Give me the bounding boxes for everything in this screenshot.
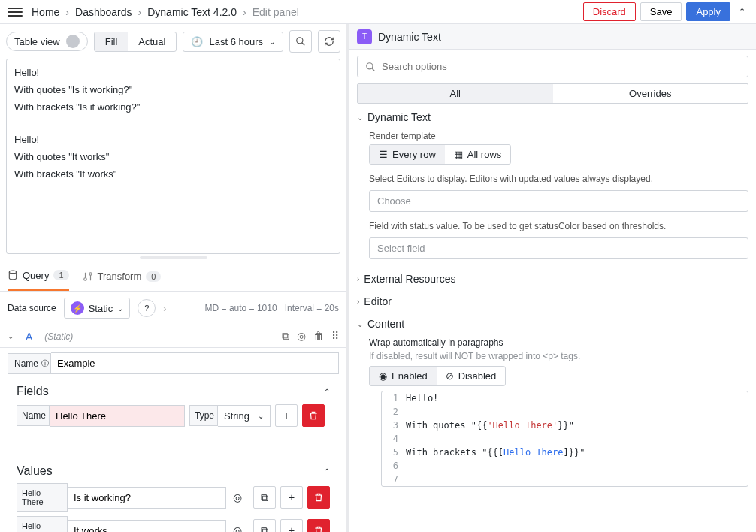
breadcrumb: Home › Dashboards › Dynamic Text 4.2.0 ›… [32,6,299,18]
table-view-toggle[interactable]: Table view [6,32,88,51]
svg-point-2 [9,271,16,274]
add-value-button[interactable]: + [280,519,303,532]
field-type-label: Type [189,405,218,426]
drag-icon[interactable]: ⠿ [331,330,339,343]
table-view-label: Table view [14,36,60,47]
menu-icon[interactable] [8,5,23,20]
section-external[interactable]: › External Resources [357,259,748,288]
value-input[interactable] [68,520,226,533]
crumb-dashboards[interactable]: Dashboards [75,6,132,18]
fields-title: Fields [17,385,49,398]
value-label: Hello There [17,516,68,532]
wrap-label: Wrap automatically in paragraphs [369,333,748,351]
trash-icon[interactable]: 🗑 [313,330,324,343]
choose-editors-select[interactable]: Choose [369,190,748,212]
tab-count-badge: 1 [53,270,68,280]
eye-icon[interactable]: ◎ [226,519,249,532]
tab-query[interactable]: Query 1 [8,261,69,291]
svg-line-1 [302,43,305,46]
apply-button[interactable]: Apply [686,2,730,21]
collapse-icon[interactable]: ⌃ [735,5,748,19]
code-editor[interactable]: 1Hello!23With quotes "{{'Hello There'}}"… [381,391,748,487]
fill-option[interactable]: Fill [95,32,129,51]
fit-segment[interactable]: Fill Actual [94,32,177,52]
wrap-desc: If disabled, result will NOT be wrapped … [369,351,748,361]
preview-line: With brackets "It works" [14,168,332,180]
crumb-home[interactable]: Home [32,6,59,18]
info-icon: ⓘ [41,358,49,369]
tab-label: Transform [98,271,142,282]
disabled-option[interactable]: ⊘ Disabled [437,367,506,385]
eye-icon[interactable]: ◎ [226,486,249,509]
preview-line: With quotes "It works" [14,151,332,162]
chevron-right-icon: › [357,275,359,283]
tab-transform[interactable]: Transform 0 [83,261,162,291]
tab-count-badge: 0 [146,271,161,282]
svg-point-4 [89,272,92,275]
chevron-up-icon[interactable]: ⌃ [324,467,330,476]
preview-line: Hello! [14,134,332,145]
actual-option[interactable]: Actual [128,32,176,51]
chevron-down-icon[interactable]: ⌄ [8,332,14,340]
delete-field-button[interactable] [302,404,325,427]
search-options-input[interactable] [382,61,740,72]
check-circle-icon: ◉ [379,370,387,382]
copy-icon[interactable]: ⧉ [253,519,276,532]
datasource-value: Static [89,303,113,314]
eye-icon[interactable]: ◎ [297,330,306,343]
field-name-label: Name [17,405,50,426]
static-ds-icon: ⚡ [71,301,84,315]
section-editor[interactable]: › Editor [357,288,748,310]
datasource-select[interactable]: ⚡ Static ⌄ [64,298,131,319]
value-input[interactable] [68,487,226,509]
chevron-right-icon: › [357,298,359,306]
interval-info: Interval = 20s [285,303,339,313]
field-name-input[interactable] [50,405,185,427]
svg-point-3 [83,277,86,280]
copy-icon[interactable]: ⧉ [253,486,276,509]
tab-all[interactable]: All [358,84,553,103]
chevron-down-icon: ⌄ [357,113,363,122]
list-icon: ☰ [379,149,388,160]
select-editors-label: Select Editors to display. Editors with … [369,165,748,187]
all-rows-option[interactable]: ▦ All rows [445,145,511,164]
refresh-icon[interactable] [318,30,340,53]
resize-handle[interactable] [0,254,346,261]
zoom-out-icon[interactable] [289,30,312,53]
preview-line: Hello! [14,67,332,78]
copy-icon[interactable]: ⧉ [282,330,289,343]
discard-button[interactable]: Discard [583,2,636,21]
section-content[interactable]: ⌄ Content [357,310,748,333]
search-options[interactable] [357,56,748,77]
plugin-icon: T [357,29,372,44]
select-field-select[interactable]: Select field [369,237,748,259]
query-name-input[interactable] [51,352,339,374]
time-range-picker[interactable]: 🕘 Last 6 hours ⌄ [183,32,283,52]
every-row-option[interactable]: ☰ Every row [370,145,445,164]
datasource-label: Data source [8,303,56,313]
info-icon[interactable]: ? [138,299,156,317]
add-value-button[interactable]: + [280,486,303,509]
tab-overrides[interactable]: Overrides [553,84,748,103]
name-label: Name ⓘ [8,353,51,374]
preview-line: With brackets "Is it working?" [14,101,332,113]
chevron-up-icon[interactable]: ⌃ [324,388,330,396]
section-dynamic-text[interactable]: ⌄ Dynamic Text [357,104,748,126]
plugin-name[interactable]: Dynamic Text [378,31,441,43]
delete-value-button[interactable] [307,519,330,532]
tab-label: Query [23,270,49,281]
crumb-dashboard[interactable]: Dynamic Text 4.2.0 [147,6,237,18]
enabled-option[interactable]: ◉ Enabled [370,367,437,385]
field-type-select[interactable]: String ⌄ [218,405,271,427]
crumb-current: Edit panel [253,6,299,18]
x-circle-icon: ⊘ [446,370,454,382]
values-title: Values [17,464,53,478]
value-label: Hello There [17,483,68,512]
chevron-down-icon: ⌄ [357,320,363,328]
svg-line-6 [372,68,375,71]
save-button[interactable]: Save [640,2,682,21]
query-refid[interactable]: A [26,331,32,343]
add-field-button[interactable]: + [275,404,298,427]
delete-value-button[interactable] [307,486,330,509]
transform-icon [83,271,93,282]
